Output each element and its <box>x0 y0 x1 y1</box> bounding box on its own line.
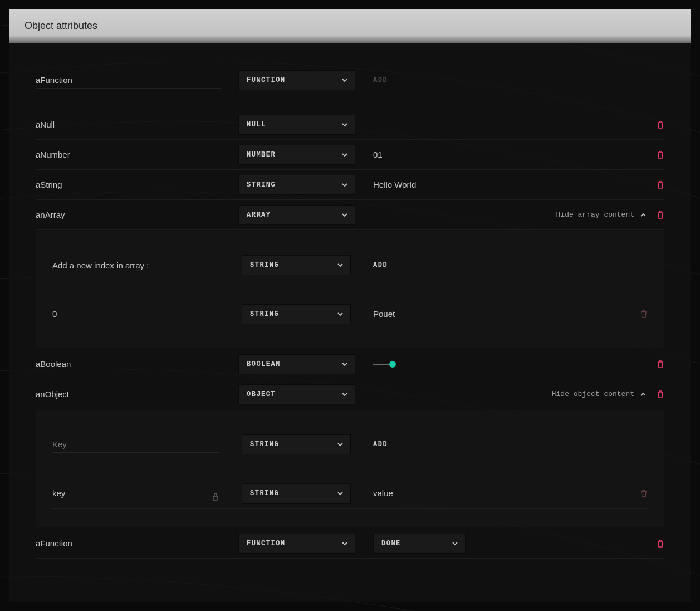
type-select-aString[interactable]: STRING <box>238 175 355 195</box>
object-entry-row: STRING <box>52 478 648 509</box>
type-select-aNumber[interactable]: NUMBER <box>238 145 355 165</box>
attribute-name: aFunction <box>36 535 221 551</box>
trash-icon[interactable] <box>640 489 648 498</box>
array-index-input[interactable] <box>52 306 219 322</box>
trash-icon[interactable] <box>657 120 664 129</box>
value-input-aNumber[interactable] <box>373 150 639 159</box>
type-select-aBoolean[interactable]: BOOLEAN <box>238 354 355 374</box>
type-label: STRING <box>247 181 276 189</box>
chevron-down-icon <box>337 311 344 317</box>
type-label: ARRAY <box>247 211 271 219</box>
chevron-down-icon <box>341 361 348 368</box>
chevron-down-icon <box>341 77 348 84</box>
type-label: STRING <box>250 490 279 497</box>
chevron-down-icon <box>337 490 344 497</box>
object-new-key-type-select[interactable]: STRING <box>242 434 351 454</box>
type-select-anObject[interactable]: OBJECT <box>238 384 355 404</box>
type-label: NUMBER <box>247 151 276 159</box>
trash-icon[interactable] <box>657 539 664 548</box>
new-attribute-row: FUNCTION ADD <box>36 65 664 95</box>
function-value-select[interactable]: DONE <box>373 534 466 554</box>
object-entry-value-input[interactable] <box>373 488 618 498</box>
boolean-toggle[interactable] <box>373 360 394 368</box>
attribute-name: anObject <box>36 386 221 402</box>
attribute-row-anArray: anArray ARRAY Hide array content <box>36 200 664 230</box>
object-entry-key-input[interactable] <box>52 485 207 501</box>
chevron-up-icon <box>640 212 647 218</box>
type-label: STRING <box>250 310 279 318</box>
attribute-name: aBoolean <box>36 356 221 372</box>
attribute-row-aString: aString STRING <box>36 170 664 200</box>
attribute-name: anArray <box>36 207 221 223</box>
chevron-down-icon <box>341 540 348 547</box>
type-label: FUNCTION <box>247 540 286 548</box>
type-label: OBJECT <box>247 390 276 398</box>
attribute-name: aNumber <box>36 146 221 163</box>
array-add-index-row: Add a new index in array : STRING ADD <box>52 250 648 280</box>
trash-icon[interactable] <box>640 310 648 319</box>
array-add-index-button[interactable]: ADD <box>373 261 388 269</box>
type-select-aNull[interactable]: NULL <box>238 115 355 135</box>
array-item-type-select[interactable]: STRING <box>242 304 351 324</box>
attribute-name: aString <box>36 177 221 193</box>
type-label: FUNCTION <box>247 76 286 84</box>
chevron-down-icon <box>341 182 348 188</box>
collapse-label: Hide array content <box>556 211 634 219</box>
trash-icon[interactable] <box>657 150 664 159</box>
type-select-anArray[interactable]: ARRAY <box>238 205 355 225</box>
type-label: BOOLEAN <box>247 360 281 368</box>
chevron-down-icon <box>341 151 348 158</box>
new-attribute-type-select[interactable]: FUNCTION <box>238 70 355 90</box>
object-new-key-input[interactable] <box>52 436 219 453</box>
array-item-value-input[interactable] <box>373 309 618 319</box>
trash-icon[interactable] <box>657 360 664 369</box>
type-label: STRING <box>250 441 279 448</box>
object-add-key-button[interactable]: ADD <box>373 441 388 448</box>
object-attributes-panel: Object attributes FUNCTION ADD aNull NUL… <box>9 9 691 602</box>
chevron-down-icon <box>341 121 348 128</box>
type-label: NULL <box>247 121 266 129</box>
type-select-aFunction[interactable]: FUNCTION <box>238 534 355 554</box>
attribute-row-aBoolean: aBoolean BOOLEAN <box>36 349 664 379</box>
toggle-array-content[interactable]: Hide array content <box>556 211 647 219</box>
svg-rect-0 <box>213 496 218 500</box>
add-attribute-button: ADD <box>373 76 388 84</box>
value-input-aString[interactable] <box>373 180 639 189</box>
chevron-down-icon <box>337 441 344 448</box>
toggle-object-content[interactable]: Hide object content <box>552 390 647 398</box>
trash-icon[interactable] <box>657 390 664 399</box>
array-content-anArray: Add a new index in array : STRING ADD ST… <box>36 231 664 348</box>
array-item-row: STRING <box>52 299 648 329</box>
chevron-down-icon <box>341 212 348 218</box>
chevron-up-icon <box>640 391 647 398</box>
array-new-index-type-select[interactable]: STRING <box>242 255 351 275</box>
object-content-anObject: STRING ADD STRING <box>36 410 664 527</box>
object-add-key-row: STRING ADD <box>52 429 648 460</box>
chevron-down-icon <box>452 540 458 547</box>
function-value-label: DONE <box>381 540 401 548</box>
panel-title: Object attributes <box>25 20 97 31</box>
attribute-row-aNull: aNull NULL <box>36 110 664 140</box>
new-attribute-name-input[interactable] <box>36 72 221 89</box>
chevron-down-icon <box>341 391 348 398</box>
panel-header: Object attributes <box>9 9 691 43</box>
attribute-row-anObject: anObject OBJECT Hide object content <box>36 379 664 409</box>
object-entry-type-select[interactable]: STRING <box>242 483 351 504</box>
trash-icon[interactable] <box>657 211 664 219</box>
collapse-label: Hide object content <box>552 390 634 398</box>
array-add-label: Add a new index in array : <box>52 257 219 273</box>
trash-icon[interactable] <box>657 180 664 189</box>
attribute-name: aNull <box>36 116 221 133</box>
chevron-down-icon <box>337 262 344 268</box>
attribute-row-aNumber: aNumber NUMBER <box>36 140 664 170</box>
type-label: STRING <box>250 261 279 269</box>
attribute-row-aFunction: aFunction FUNCTION DONE <box>36 529 664 559</box>
lock-icon <box>212 492 219 501</box>
toggle-knob <box>389 361 396 368</box>
